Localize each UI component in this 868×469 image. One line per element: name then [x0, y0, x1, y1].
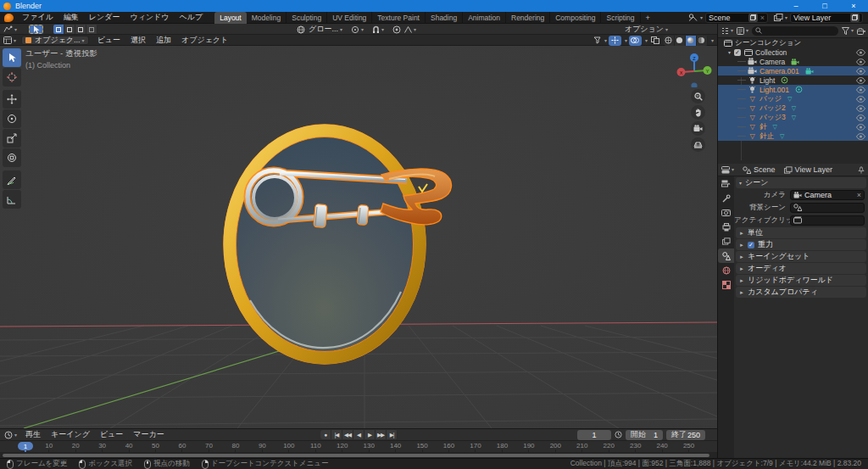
workspace-tab[interactable]: Compositing — [550, 12, 601, 24]
tab-world[interactable] — [718, 263, 734, 277]
current-frame-field[interactable]: 1 — [577, 430, 611, 440]
camera-field[interactable]: Camera × — [790, 190, 865, 200]
mesh-data-icon[interactable]: ▽ — [780, 133, 784, 139]
gizmo-toggle[interactable] — [609, 36, 621, 46]
object-name[interactable]: Camera — [760, 58, 785, 66]
collection-row[interactable]: ▾ ✓ Collection — [718, 47, 868, 57]
view-layer-browse-caret[interactable]: ▾ — [785, 15, 787, 20]
camera-data-icon[interactable] — [791, 59, 799, 65]
breadcrumb-viewlayer[interactable]: View Layer — [795, 165, 832, 174]
tab-tool[interactable] — [718, 191, 734, 205]
light-data-icon[interactable] — [781, 76, 788, 84]
gizmo-caret[interactable]: ▾ — [625, 38, 627, 43]
playback-button[interactable]: ▶ — [364, 430, 376, 439]
outliner-object-row[interactable]: Camera — [718, 57, 868, 66]
viewport-editor-caret[interactable]: ▾ — [14, 38, 16, 43]
scene-name-field[interactable]: Scene × — [705, 13, 768, 23]
visibility-eye-icon[interactable] — [856, 49, 865, 56]
move-tool[interactable] — [3, 90, 21, 109]
minimize-button[interactable]: – — [782, 0, 810, 12]
maximize-button[interactable]: □ — [810, 0, 839, 12]
timeline-editor-icon[interactable] — [4, 431, 13, 439]
orientation-caret[interactable]: ▾ — [340, 27, 342, 32]
new-collection-icon[interactable] — [857, 27, 865, 35]
pan-hand-icon[interactable] — [691, 105, 705, 120]
snap-caret[interactable]: ▾ — [381, 27, 384, 32]
outliner-object-row[interactable]: ▽ バッジ3 ▽ — [718, 113, 868, 122]
new-scene-icon[interactable] — [748, 14, 758, 22]
ortho-grid-icon[interactable] — [691, 137, 705, 152]
shading-material-preview[interactable] — [686, 36, 697, 46]
tab-selector-icon[interactable] — [718, 176, 734, 191]
visibility-eye-icon[interactable] — [856, 77, 865, 84]
collapsed-panel-header[interactable]: ► カスタムプロパティ — [736, 287, 866, 298]
overlays-toggle[interactable] — [629, 36, 642, 46]
workspace-tab[interactable]: UV Editing — [327, 12, 372, 24]
playhead[interactable]: 1 — [18, 442, 33, 450]
collapsed-panel-header[interactable]: ► オーディオ — [736, 263, 866, 274]
scale-tool[interactable] — [3, 129, 21, 148]
display-mode-caret[interactable]: ▾ — [746, 28, 748, 33]
filter-caret[interactable]: ▾ — [851, 28, 854, 33]
visibility-eye-icon[interactable] — [856, 59, 865, 65]
camera-data-icon[interactable] — [805, 68, 814, 75]
scene-browse-caret[interactable]: ▾ — [700, 15, 703, 20]
visibility-eye-icon[interactable] — [856, 96, 865, 103]
visibility-eye-icon[interactable] — [856, 124, 865, 131]
object-name[interactable]: 針止 — [760, 131, 774, 142]
editor-separator[interactable] — [717, 24, 718, 458]
visibility-eye-icon[interactable] — [856, 114, 865, 121]
playback-button[interactable]: ◀◀ — [342, 430, 353, 439]
editor-type-caret[interactable]: ▾ — [14, 27, 17, 32]
visibility-eye-icon[interactable] — [856, 68, 865, 75]
mode-dropdown[interactable]: オブジェク... ▾ — [21, 36, 89, 45]
workspace-tab[interactable]: Sculpting — [287, 12, 327, 24]
tab-view-layer[interactable] — [718, 234, 734, 248]
outliner-editor-icon[interactable] — [721, 27, 729, 35]
rotate-tool[interactable] — [3, 109, 21, 128]
active-clip-field[interactable] — [790, 215, 865, 226]
playback-button[interactable]: ▶| — [387, 430, 398, 439]
object-name[interactable]: Light — [760, 76, 775, 85]
timeline-menu-item[interactable]: ビュー — [95, 429, 128, 440]
scene-collection-row[interactable]: シーンコレクション — [718, 38, 868, 47]
view-layer-browse-icon[interactable] — [774, 14, 783, 21]
timeline-menu-item[interactable]: キーイング — [46, 429, 95, 440]
filter-icon[interactable] — [842, 27, 849, 35]
viewport-menu-item[interactable]: 選択 — [125, 35, 151, 46]
pin-icon[interactable] — [858, 166, 865, 174]
badge-object[interactable] — [224, 125, 426, 364]
light-data-icon[interactable] — [795, 86, 803, 93]
outliner-editor-caret[interactable]: ▾ — [731, 28, 733, 33]
mesh-data-icon[interactable]: ▽ — [792, 114, 796, 120]
pivot-caret[interactable]: ▾ — [361, 27, 364, 32]
zoom-icon[interactable] — [691, 89, 705, 103]
mesh-data-icon[interactable]: ▽ — [792, 105, 796, 111]
collapsed-panel-header[interactable]: ► 単位 — [736, 227, 866, 238]
workspace-tab[interactable]: Animation — [463, 12, 506, 24]
outliner-object-row[interactable]: Light.001 — [718, 85, 868, 94]
viewport-menu-item[interactable]: ビュー — [92, 35, 125, 46]
viewport-menu-item[interactable]: オブジェクト — [176, 35, 233, 46]
options-caret[interactable]: ▾ — [665, 27, 668, 32]
visibility-eye-icon[interactable] — [856, 105, 865, 112]
display-mode-icon[interactable] — [737, 27, 744, 35]
object-name[interactable]: Light.001 — [760, 86, 789, 94]
select-mode-subtract[interactable] — [75, 25, 86, 34]
frame-end-field[interactable]: 終了250 — [666, 430, 705, 440]
collapsed-panel-header[interactable]: ► リジッドボディワールド — [736, 275, 866, 286]
playback-button[interactable]: ◀ — [353, 430, 364, 439]
viewport-menu-item[interactable]: 追加 — [151, 35, 176, 46]
gravity-checkbox[interactable]: ✓ — [748, 242, 754, 248]
collection-expand-caret[interactable]: ▾ — [728, 49, 731, 55]
axis-orbit-gizmo[interactable]: Z X Y — [676, 52, 712, 87]
outliner-object-row[interactable]: ▽ 針止 ▽ — [718, 131, 868, 141]
outliner-object-row[interactable]: ▽ 針 ▽ — [718, 122, 868, 131]
workspace-tab[interactable]: Layout — [214, 12, 247, 24]
falloff-icon[interactable] — [404, 26, 412, 33]
cursor-tool[interactable] — [3, 68, 21, 87]
mesh-data-icon[interactable]: ▽ — [787, 96, 792, 102]
collapsed-panel-header[interactable]: ► ✓ 重力 — [736, 239, 866, 250]
new-view-layer-icon[interactable] — [850, 14, 860, 22]
outliner-object-row[interactable]: Camera.001 — [718, 66, 868, 75]
